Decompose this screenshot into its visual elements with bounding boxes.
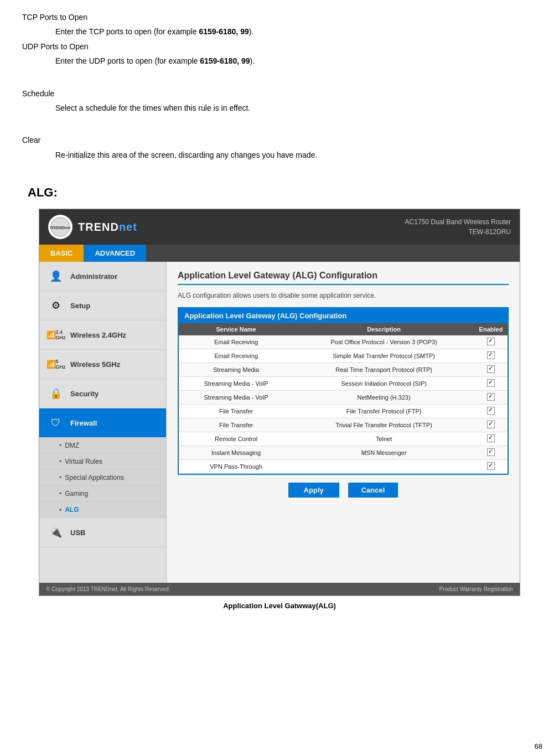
cell-enabled[interactable] — [474, 349, 508, 363]
tcp-heading: TCP Ports to Open — [22, 11, 537, 23]
button-row: Apply Cancel — [178, 483, 509, 503]
submenu-gaming[interactable]: Gaming — [39, 486, 166, 502]
sidebar-item-administrator[interactable]: 👤 Administrator — [39, 262, 166, 291]
table-row: Instant MessagingMSN Messenger — [179, 446, 508, 460]
main-content: Application Level Gateway (ALG) Configur… — [167, 262, 520, 583]
cell-enabled[interactable] — [474, 418, 508, 432]
enabled-checkbox[interactable] — [487, 365, 495, 373]
enabled-checkbox[interactable] — [487, 393, 495, 401]
sidebar-item-setup[interactable]: ⚙ Setup — [39, 291, 166, 320]
firewall-submenu: DMZ Virtual Rules Special Applications G… — [39, 438, 166, 518]
table-row: VPN Pass-Through — [179, 460, 508, 474]
enabled-checkbox[interactable] — [487, 379, 495, 387]
sidebar-label-firewall: Firewall — [70, 419, 97, 427]
cell-service: File Transfer — [179, 418, 293, 432]
cell-service: Remote Control — [179, 432, 293, 446]
table-row: Streaming MediaReal Time Transport Proto… — [179, 363, 508, 377]
sidebar-item-usb[interactable]: 🔌 USB — [39, 518, 166, 547]
table-row: Email ReceivingSimple Mail Transfer Prot… — [179, 349, 508, 363]
alg-description: ALG configuration allows users to disabl… — [178, 292, 509, 299]
administrator-icon: 👤 — [48, 268, 64, 284]
submenu-alg[interactable]: ALG — [39, 502, 166, 518]
cell-service: Email Receiving — [179, 335, 293, 349]
cell-service: Streaming Media — [179, 363, 293, 377]
schedule-desc: Select a schedule for the times when thi… — [55, 102, 537, 114]
tcp-desc: Enter the TCP ports to open (for example… — [55, 25, 537, 38]
trendnet-logo-icon: TRENDnet — [48, 215, 73, 239]
sidebar-label-setup: Setup — [70, 302, 90, 310]
sidebar-label-usb: USB — [70, 529, 85, 537]
enabled-checkbox[interactable] — [487, 448, 495, 456]
alg-caption: Application Level Gatwway(ALG) — [22, 602, 537, 610]
sidebar-item-wireless5[interactable]: 📶5 GHz Wireless 5GHz — [39, 350, 166, 379]
sidebar-label-administrator: Administrator — [70, 272, 117, 281]
cell-service: Email Receiving — [179, 349, 293, 363]
router-nav: BASIC ADVANCED — [39, 245, 520, 262]
cell-description: Session Initiation Protocol (SIP) — [293, 377, 474, 391]
cell-description: Simple Mail Transfer Protocol (SMTP) — [293, 349, 474, 363]
cell-description: File Transfer Protocol (FTP) — [293, 405, 474, 418]
enabled-checkbox[interactable] — [487, 338, 495, 345]
page-number: 68 — [535, 742, 542, 750]
clear-heading: Clear — [22, 134, 537, 146]
router-model: AC1750 Dual Band Wireless Router TEW-812… — [405, 217, 511, 237]
basic-nav-button[interactable]: BASIC — [39, 245, 84, 262]
table-row: Streaming Media - VoIPSession Initiation… — [179, 377, 508, 391]
advanced-nav-button[interactable]: ADVANCED — [84, 245, 146, 262]
sidebar-item-firewall[interactable]: 🛡 Firewall — [39, 408, 166, 438]
schedule-heading: Schedule — [22, 87, 537, 100]
setup-icon: ⚙ — [48, 298, 64, 313]
alg-table: Service Name Description Enabled Email R… — [179, 323, 508, 474]
brand-name: TRENDnet — [78, 221, 137, 234]
enabled-checkbox[interactable] — [487, 351, 495, 359]
enabled-checkbox[interactable] — [487, 421, 495, 428]
apply-button[interactable]: Apply — [288, 483, 339, 498]
sidebar-item-wireless24[interactable]: 📶2.4 GHz Wireless 2.4GHz — [39, 320, 166, 350]
cancel-button[interactable]: Cancel — [348, 483, 398, 498]
cell-service: File Transfer — [179, 405, 293, 418]
cell-enabled[interactable] — [474, 405, 508, 418]
cell-description: NetMeeting (H.323) — [293, 391, 474, 405]
security-icon: 🔒 — [48, 386, 64, 401]
cell-description: Trivial File Transfer Protocol (TFTP) — [293, 418, 474, 432]
cell-enabled[interactable] — [474, 432, 508, 446]
svg-text:TRENDnet: TRENDnet — [50, 225, 70, 230]
udp-desc: Enter the UDP ports to open (for example… — [55, 55, 537, 67]
submenu-dmz[interactable]: DMZ — [39, 438, 166, 454]
footer-warranty: Product Warranty Registration — [439, 586, 513, 592]
alg-table-title: Application Level Gateway (ALG) Configur… — [179, 308, 508, 323]
cell-service: Instant Messaging — [179, 446, 293, 460]
wireless5-icon: 📶5 GHz — [48, 356, 64, 372]
cell-enabled[interactable] — [474, 460, 508, 474]
enabled-checkbox[interactable] — [487, 462, 495, 470]
enabled-checkbox[interactable] — [487, 434, 495, 442]
cell-enabled[interactable] — [474, 335, 508, 349]
sidebar-item-security[interactable]: 🔒 Security — [39, 379, 166, 408]
cell-enabled[interactable] — [474, 363, 508, 377]
router-logo: TRENDnet TRENDnet — [48, 215, 137, 239]
wireless24-icon: 📶2.4 GHz — [48, 327, 64, 343]
usb-icon: 🔌 — [48, 525, 64, 540]
sidebar-label-security: Security — [70, 390, 99, 398]
cell-enabled[interactable] — [474, 377, 508, 391]
router-footer: © Copyright 2013 TRENDnet. All Rights Re… — [39, 583, 520, 596]
udp-heading: UDP Ports to Open — [22, 40, 537, 53]
alg-section-heading: ALG: — [28, 185, 537, 200]
cell-enabled[interactable] — [474, 391, 508, 405]
col-description: Description — [293, 323, 474, 335]
cell-description: Telnet — [293, 432, 474, 446]
table-row: File TransferFile Transfer Protocol (FTP… — [179, 405, 508, 418]
cell-enabled[interactable] — [474, 446, 508, 460]
enabled-checkbox[interactable] — [487, 407, 495, 415]
sidebar: 👤 Administrator ⚙ Setup 📶2.4 GHz Wireles… — [39, 262, 167, 583]
footer-copyright: © Copyright 2013 TRENDnet. All Rights Re… — [46, 586, 170, 592]
router-header: TRENDnet TRENDnet AC1750 Dual Band Wirel… — [39, 209, 520, 245]
cell-description: MSN Messenger — [293, 446, 474, 460]
cell-description: Real Time Transport Protocol (RTP) — [293, 363, 474, 377]
table-row: Remote ControlTelnet — [179, 432, 508, 446]
sidebar-label-wireless5: Wireless 5GHz — [70, 360, 120, 369]
cell-service: Streaming Media - VoIP — [179, 377, 293, 391]
table-row: Email ReceivingPost Office Protocol - Ve… — [179, 335, 508, 349]
submenu-virtual-rules[interactable]: Virtual Rules — [39, 454, 166, 470]
submenu-special-applications[interactable]: Special Applications — [39, 470, 166, 486]
